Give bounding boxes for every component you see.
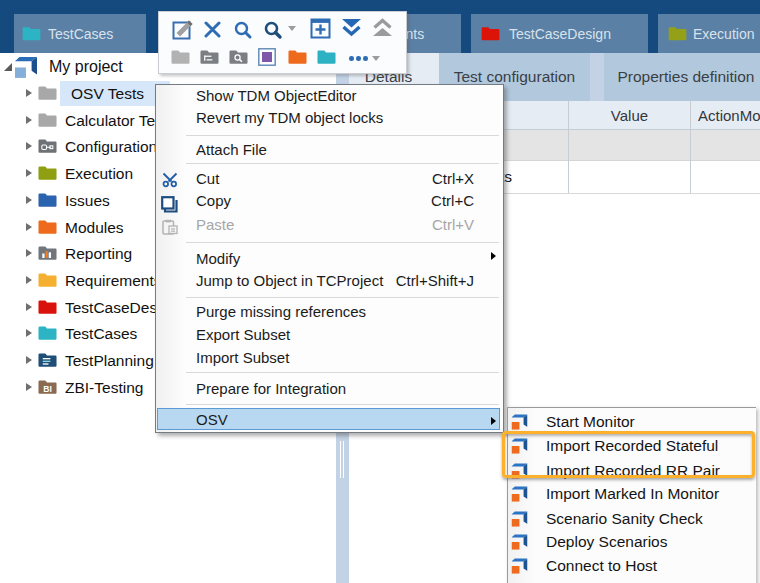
svg-text:BI: BI: [43, 384, 52, 394]
